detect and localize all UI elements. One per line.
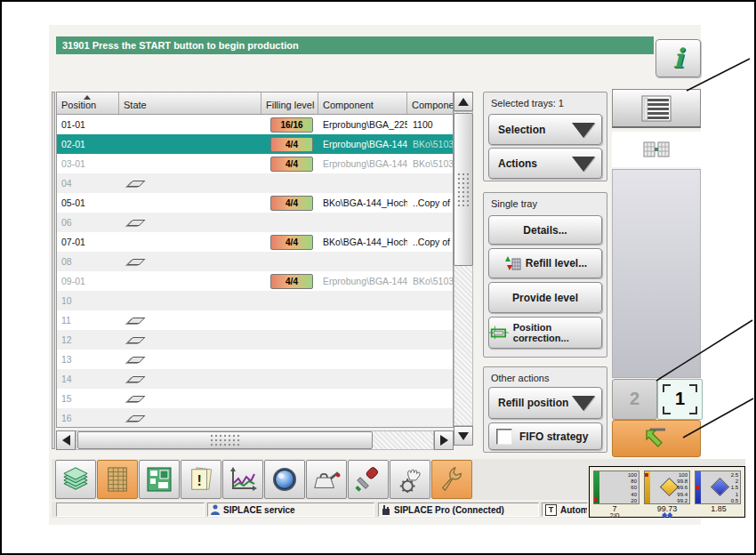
arrow-left-icon <box>62 435 70 446</box>
empty-tray-icon <box>127 376 146 382</box>
tray-table-button[interactable] <box>97 460 138 499</box>
refill-level-button[interactable]: Refill level... <box>488 248 602 278</box>
rate-value: 1.85 <box>695 505 743 512</box>
mini-diamond-icon <box>661 512 673 519</box>
fifo-strategy-checkbox[interactable]: FIFO strategy <box>488 422 602 450</box>
column-header-component2[interactable]: Component <box>407 92 453 114</box>
vertical-scroll-thumb[interactable] <box>454 113 473 266</box>
jobs-button[interactable] <box>55 460 96 499</box>
filling-level-badge: 4/4 <box>270 157 313 172</box>
scroll-right-button[interactable] <box>434 430 454 450</box>
chevron-down-icon <box>572 157 595 172</box>
board-count-value: 7 2/0 <box>590 505 639 519</box>
setup-button[interactable] <box>431 460 472 499</box>
filling-level-badge: 4/4 <box>270 274 313 289</box>
filling-level-badge: 4/4 <box>270 137 313 152</box>
back-button[interactable] <box>612 420 701 457</box>
column-header-state[interactable]: State <box>119 92 261 114</box>
pcb-button[interactable] <box>139 460 180 499</box>
info-button[interactable]: i <box>655 39 701 77</box>
table-row[interactable]: 02-014/4Erprobung\BGA-144_1BKo\5103 <box>57 134 453 154</box>
scroll-up-button[interactable] <box>454 92 473 111</box>
cell-component2: BKo\5103 <box>407 158 453 169</box>
cell-position: 02-01 <box>57 139 119 149</box>
cell-position: 08 <box>57 256 119 267</box>
performance-value: 99.73 <box>641 505 693 519</box>
table-row[interactable]: 05-014/4BKo\BGA-144_Hoch..Copy of S1 <box>57 193 453 213</box>
gauge-marker <box>594 498 598 502</box>
table-row[interactable]: 09-014/4Erprobung\BGA-144_3BKo\5103 <box>57 271 453 291</box>
tab-list-view[interactable] <box>612 89 701 128</box>
manual-operations-button[interactable] <box>390 460 430 499</box>
cell-position: 13 <box>57 354 119 365</box>
table-row[interactable]: 12 <box>57 330 453 350</box>
tab-strip-body <box>612 169 701 378</box>
cell-state <box>119 413 261 423</box>
statistics-button[interactable] <box>222 460 263 499</box>
table-row[interactable]: 07-014/4BKo\BGA-144_Hoch..Copy of S1 <box>57 232 453 252</box>
cell-position: 14 <box>57 374 119 384</box>
cell-filling-level: 4/4 <box>261 196 318 211</box>
filling-level-badge: 4/4 <box>270 196 313 211</box>
horizontal-scrollbar <box>56 430 454 450</box>
cell-position: 09-01 <box>57 276 119 286</box>
table-row[interactable]: 10 <box>57 291 453 310</box>
gantry-2-button[interactable]: 2 <box>612 379 657 420</box>
provide-level-button[interactable]: Provide level <box>488 282 602 313</box>
horizontal-scroll-thumb[interactable] <box>77 431 373 449</box>
return-arrow-icon <box>640 423 672 454</box>
position-correction-icon <box>489 326 509 340</box>
table-row[interactable]: 01-0116/16Erprobung\BGA_2251100 <box>57 115 453 134</box>
tools-button[interactable] <box>348 460 389 499</box>
scroll-left-button[interactable] <box>56 430 76 450</box>
refill-position-dropdown-button[interactable]: Refill position <box>488 387 602 419</box>
siplace-station-window: 31901 Press the START button to begin pr… <box>0 0 756 555</box>
vision-button[interactable] <box>264 460 305 499</box>
table-row[interactable]: 16 <box>57 408 453 428</box>
empty-tray-icon <box>127 415 146 422</box>
horizontal-scroll-track[interactable] <box>76 430 434 450</box>
column-header-component[interactable]: Component <box>318 92 407 114</box>
selection-dropdown-button[interactable]: Selection <box>488 114 602 145</box>
column-header-filling-level[interactable]: Filling level <box>261 92 318 114</box>
cell-component2: ..Copy of S1 <box>407 197 453 208</box>
cell-state <box>119 354 261 365</box>
focus-corner <box>663 406 671 414</box>
column-header-position[interactable]: Position <box>57 92 119 114</box>
selected-trays-group: Selected trays: 1 Selection Actions <box>483 92 607 181</box>
thumb-grip <box>457 173 470 206</box>
table-row[interactable]: 03-014/4Erprobung\BGA-144_2BKo\5103 <box>57 154 453 173</box>
gantry-1-button[interactable]: 1 <box>657 379 703 420</box>
maintenance-button[interactable] <box>306 460 347 499</box>
cell-position: 10 <box>57 295 119 306</box>
vertical-scrollbar <box>454 92 473 446</box>
maintenance-oilcan-icon <box>312 467 341 492</box>
cell-position: 16 <box>57 413 119 423</box>
position-correction-button[interactable]: Position correction... <box>488 317 602 349</box>
arrow-right-icon <box>440 435 448 446</box>
gauge-scale: 10099.899.699.499.2 <box>677 472 688 504</box>
cell-state <box>119 334 261 345</box>
cell-position: 03-01 <box>57 158 119 169</box>
diamond-indicator <box>711 478 729 496</box>
table-row[interactable]: 14 <box>57 369 453 389</box>
table-row[interactable]: 04 <box>57 173 453 193</box>
actions-dropdown-button[interactable]: Actions <box>488 148 602 179</box>
cell-component2: ..Copy of S1 <box>407 237 453 247</box>
gauge-marker <box>645 473 648 477</box>
arrow-down-icon <box>458 432 469 440</box>
message-bar: 31901 Press the START button to begin pr… <box>56 36 654 54</box>
table-row[interactable]: 11 <box>57 310 453 330</box>
scroll-down-button[interactable] <box>454 426 473 446</box>
performance-gauge: 10099.899.699.499.2 <box>644 471 690 504</box>
message-log-button[interactable]: ! <box>181 460 221 499</box>
table-row[interactable]: 06 <box>57 213 453 232</box>
tab-grid-view[interactable] <box>612 132 701 167</box>
details-button[interactable]: Details... <box>488 215 602 245</box>
message-log-icon: ! <box>188 466 214 493</box>
svg-text:!: ! <box>197 473 201 488</box>
table-row[interactable]: 15 <box>57 389 453 408</box>
table-row[interactable]: 13 <box>57 350 453 369</box>
cell-position: 07-01 <box>57 237 119 247</box>
table-row[interactable]: 08 <box>57 252 453 271</box>
